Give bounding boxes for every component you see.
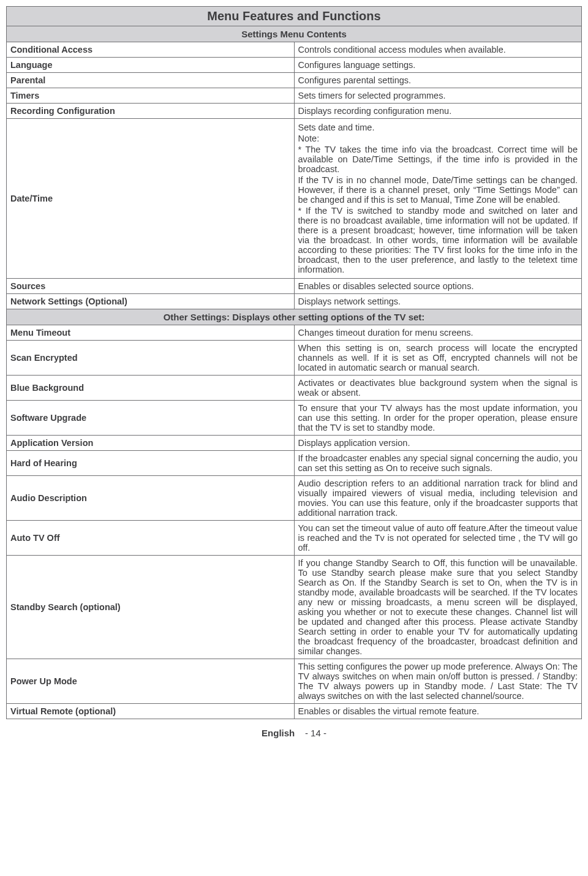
table-row: SourcesEnables or disables selected sour… <box>7 279 582 294</box>
table-row: Virtual Remote (optional)Enables or disa… <box>7 704 582 719</box>
setting-label: Date/Time <box>7 119 295 279</box>
setting-label: Standby Search (optional) <box>7 556 295 659</box>
setting-desc: Enables or disables selected source opti… <box>294 279 582 294</box>
table-row: Power Up ModeThis setting configures the… <box>7 659 582 704</box>
table-title: Menu Features and Functions <box>7 7 582 26</box>
setting-desc: When this setting is on, search process … <box>294 341 582 376</box>
setting-desc: Displays application version. <box>294 436 582 451</box>
table-row: Auto TV OffYou can set the timeout value… <box>7 521 582 556</box>
desc-line: Sets date and time. <box>298 123 578 132</box>
table-row: Recording ConfigurationDisplays recordin… <box>7 104 582 119</box>
setting-desc: To ensure that your TV always has the mo… <box>294 401 582 436</box>
desc-line: * If the TV is switched to standby mode … <box>298 206 578 274</box>
setting-desc: You can set the timeout value of auto of… <box>294 521 582 556</box>
setting-desc: Audio description refers to an additiona… <box>294 476 582 521</box>
table-row: Conditional AccessControls conditional a… <box>7 42 582 58</box>
setting-label: Hard of Hearing <box>7 451 295 476</box>
setting-desc: Displays network settings. <box>294 294 582 309</box>
setting-desc: If you change Standby Search to Off, thi… <box>294 556 582 659</box>
setting-desc: Enables or disables the virtual remote f… <box>294 704 582 719</box>
setting-label: Application Version <box>7 436 295 451</box>
setting-label: Virtual Remote (optional) <box>7 704 295 719</box>
setting-desc: Changes timeout duration for menu screen… <box>294 325 582 341</box>
setting-label: Software Upgrade <box>7 401 295 436</box>
table-row: Standby Search (optional)If you change S… <box>7 556 582 659</box>
desc-line: Note: <box>298 134 578 143</box>
table-row: TimersSets timers for selected programme… <box>7 88 582 104</box>
setting-label: Network Settings (Optional) <box>7 294 295 309</box>
table-row: Hard of HearingIf the broadcaster enable… <box>7 451 582 476</box>
table-row: Date/Time Sets date and time. Note: * Th… <box>7 119 582 279</box>
setting-label: Sources <box>7 279 295 294</box>
table-row: Blue BackgroundActivates or deactivates … <box>7 376 582 401</box>
setting-label: Power Up Mode <box>7 659 295 704</box>
settings-table: Menu Features and Functions Settings Men… <box>6 6 582 719</box>
table-row: Network Settings (Optional)Displays netw… <box>7 294 582 309</box>
setting-label: Conditional Access <box>7 42 295 58</box>
setting-desc: Sets timers for selected programmes. <box>294 88 582 104</box>
table-row: Menu TimeoutChanges timeout duration for… <box>7 325 582 341</box>
setting-desc: If the broadcaster enables any special s… <box>294 451 582 476</box>
table-row: LanguageConfigures language settings. <box>7 58 582 73</box>
setting-label: Recording Configuration <box>7 104 295 119</box>
setting-desc: This setting configures the power up mod… <box>294 659 582 704</box>
setting-desc: Configures language settings. <box>294 58 582 73</box>
page-footer: English - 14 - <box>6 728 582 738</box>
table-row: ParentalConfigures parental settings. <box>7 73 582 88</box>
setting-desc: Activates or deactivates blue background… <box>294 376 582 401</box>
setting-desc: Sets date and time. Note: * The TV takes… <box>294 119 582 279</box>
setting-desc: Configures parental settings. <box>294 73 582 88</box>
setting-desc: Controls conditional access modules when… <box>294 42 582 58</box>
setting-label: Audio Description <box>7 476 295 521</box>
setting-label: Language <box>7 58 295 73</box>
section-header: Settings Menu Contents <box>7 26 582 42</box>
setting-label: Timers <box>7 88 295 104</box>
desc-line: If the TV is in no channel mode, Date/Ti… <box>298 175 578 205</box>
table-row: Application VersionDisplays application … <box>7 436 582 451</box>
table-row: Scan EncryptedWhen this setting is on, s… <box>7 341 582 376</box>
table-row: Software UpgradeTo ensure that your TV a… <box>7 401 582 436</box>
desc-line: * The TV takes the time info via the bro… <box>298 145 578 174</box>
setting-desc: Displays recording configuration menu. <box>294 104 582 119</box>
setting-label: Blue Background <box>7 376 295 401</box>
table-row: Audio DescriptionAudio description refer… <box>7 476 582 521</box>
setting-label: Auto TV Off <box>7 521 295 556</box>
setting-label: Parental <box>7 73 295 88</box>
setting-label: Menu Timeout <box>7 325 295 341</box>
footer-page: - 14 - <box>305 728 326 738</box>
setting-label: Scan Encrypted <box>7 341 295 376</box>
footer-language: English <box>262 728 295 738</box>
section-header: Other Settings: Displays other setting o… <box>7 309 582 325</box>
